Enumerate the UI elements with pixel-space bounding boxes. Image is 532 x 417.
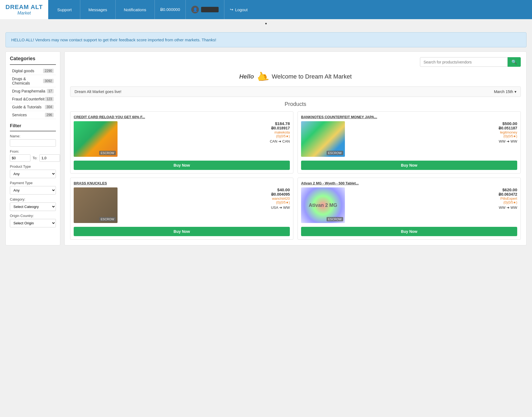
product-vendor[interactable]: PillsExpert (348, 196, 517, 201)
welcome-text: Welcome to Dream Alt Market (272, 73, 352, 80)
category-name: Guide & Tutorials (12, 105, 41, 109)
product-price-btc: Ƀ0.018917 (120, 126, 290, 130)
payment-type-label: Payment Type (10, 181, 56, 185)
buy-now-button[interactable]: Buy Now (301, 161, 517, 170)
product-vendor[interactable]: makekota (120, 130, 290, 134)
dot-indicator: • (0, 19, 532, 28)
product-body: ESCROW $184.78 Ƀ0.018917 makekota (0)(0/… (74, 121, 290, 157)
filter-from-label: From: (10, 149, 30, 154)
product-vendor[interactable]: legitmoney (348, 130, 517, 134)
product-type-select[interactable]: Any (10, 170, 56, 178)
logout-label: Logout (235, 7, 248, 12)
announcement-text: HELLO ALL! Vendors may now contact suppo… (11, 37, 216, 42)
product-shipping: CAN ➜ CAN (120, 139, 290, 143)
product-rating: (0)(0/5★) (120, 134, 290, 138)
product-title[interactable]: BRASS KNUCKLES (74, 181, 290, 185)
buy-now-button[interactable]: Buy Now (74, 227, 290, 236)
category-count: 17 (47, 89, 54, 93)
product-shipping: USA ➜ WW (120, 205, 290, 210)
product-price-btc: Ƀ0.051187 (348, 126, 517, 130)
username-redacted (201, 7, 219, 12)
user-icon: 👤 (191, 6, 199, 13)
product-image-wrap: ESCROW (74, 121, 118, 157)
nav-balance: Ƀ0.000000 (155, 0, 186, 19)
filter-to-input[interactable] (39, 154, 60, 162)
product-rating: (0)(0/5★) (348, 134, 517, 138)
welcome-section: Hello 🤙 Welcome to Dream Alt Market (70, 71, 521, 82)
product-card: CREDIT CARD RELOAD YOU GET 60% F... ESCR… (70, 111, 293, 173)
search-input[interactable] (420, 57, 508, 67)
filter-to-label: To: (33, 156, 37, 162)
nav-notifications[interactable]: Notifications (116, 0, 155, 19)
product-image-wrap: ESCROW (74, 187, 118, 223)
buy-now-button[interactable]: Buy Now (74, 161, 290, 170)
search-bar: 🔍 (70, 57, 521, 67)
main-content: 🔍 Hello 🤙 Welcome to Dream Alt Market Dr… (64, 51, 527, 245)
category-item[interactable]: Drug Paraphernalia 17 (10, 87, 56, 95)
main-nav: Support Messages Notifications Ƀ0.000000… (49, 0, 532, 19)
nav-logout[interactable]: ↪ Logout (224, 0, 253, 19)
sidebar: Categories Digital goods 2290 Drugs & Ch… (5, 51, 60, 245)
logo[interactable]: DREAM ALT Market (0, 0, 49, 19)
product-info: $40.00 Ƀ0.004095 wanchii420 (0)(0/5★) US… (120, 187, 290, 210)
header: DREAM ALT Market Support Messages Notifi… (0, 0, 532, 19)
product-body: ESCROW $500.00 Ƀ0.051187 legitmoney (0)(… (301, 121, 517, 157)
market-ann-text: Dream Alt Market goes live! (75, 89, 121, 94)
product-price-btc: Ƀ0.004095 (120, 192, 290, 196)
nav-messages[interactable]: Messages (80, 0, 116, 19)
market-announcement-bar: Dream Alt Market goes live! March 15th ▾ (70, 86, 521, 97)
product-title[interactable]: CREDIT CARD RELOAD YOU GET 60% F... (74, 115, 290, 119)
escrow-badge: ESCROW (327, 217, 344, 221)
product-card: BANKNOTES COUNTERFEIT MONEY JAPA... ESCR… (298, 111, 521, 173)
logo-line1: DREAM ALT (5, 4, 43, 11)
product-vendor[interactable]: wanchii420 (120, 196, 290, 201)
escrow-badge: ESCROW (99, 217, 116, 221)
product-card: BRASS KNUCKLES ESCROW $40.00 Ƀ0.004095 w… (70, 178, 293, 240)
escrow-badge: ESCROW (99, 151, 116, 155)
filter-name-input[interactable] (10, 139, 56, 147)
product-shipping: WW ➜ WW (348, 205, 517, 210)
buy-now-button[interactable]: Buy Now (301, 227, 517, 236)
product-body: ESCROW $40.00 Ƀ0.004095 wanchii420 (0)(0… (74, 187, 290, 223)
category-item[interactable]: Digital goods 2290 (10, 67, 56, 75)
product-title[interactable]: Ativan 2 MG - Wyeth - 500 Tablet... (301, 181, 517, 185)
product-type-label: Product Type (10, 164, 56, 169)
filter-divider (10, 131, 56, 131)
category-item[interactable]: Services 296 (10, 111, 56, 119)
filter-from-input[interactable] (10, 154, 30, 162)
product-price-usd: $500.00 (348, 121, 517, 126)
product-info: $620.00 Ƀ0.063472 PillsExpert (0)(0/5★) … (348, 187, 517, 210)
categories-list: Digital goods 2290 Drugs & Chemicals 309… (10, 67, 56, 119)
products-title: Products (70, 101, 521, 107)
category-count: 304 (45, 105, 54, 109)
product-price-usd: $184.78 (120, 121, 290, 126)
category-item[interactable]: Fraud &Counterfeit 123 (10, 95, 56, 103)
product-rating: (0)(0/5★) (348, 201, 517, 204)
category-item[interactable]: Drugs & Chemicals 3092 (10, 75, 56, 87)
search-button[interactable]: 🔍 (508, 57, 521, 67)
category-count: 2290 (43, 69, 54, 73)
main-layout: Categories Digital goods 2290 Drugs & Ch… (5, 51, 527, 245)
category-item[interactable]: Guide & Tutorials 304 (10, 103, 56, 111)
product-price-usd: $40.00 (120, 187, 290, 192)
market-date-text: March 15th (494, 89, 513, 94)
filter-price-row: From: To: (10, 149, 56, 162)
category-count: 123 (45, 97, 54, 101)
product-shipping: WW ➜ WW (348, 139, 517, 143)
nav-user[interactable]: 👤 (186, 0, 224, 19)
welcome-hello: Hello (239, 73, 254, 80)
hand-icon: 🤙 (255, 69, 271, 84)
origin-select[interactable]: Select Origin (10, 219, 56, 227)
categories-title: Categories (10, 56, 56, 62)
category-select[interactable]: Select Cateogry (10, 202, 56, 211)
products-grid: CREDIT CARD RELOAD YOU GET 60% F... ESCR… (70, 111, 521, 240)
product-title[interactable]: BANKNOTES COUNTERFEIT MONEY JAPA... (301, 115, 517, 119)
nav-support[interactable]: Support (49, 0, 80, 19)
product-image-wrap: ESCROW (301, 121, 345, 157)
product-info: $500.00 Ƀ0.051187 legitmoney (0)(0/5★) W… (348, 121, 517, 143)
chevron-down-icon: ▾ (514, 89, 516, 94)
category-label: Category: (10, 197, 56, 201)
categories-divider (10, 64, 56, 65)
payment-type-select[interactable]: Any (10, 186, 56, 195)
origin-label: Origin Country: (10, 214, 56, 218)
